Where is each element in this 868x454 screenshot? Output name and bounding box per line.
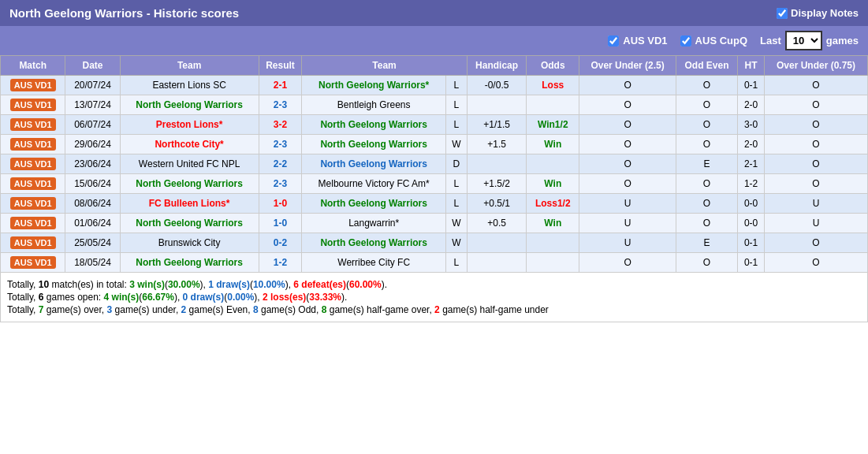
cell-ou075: O	[765, 115, 868, 135]
col-ou075: Over Under (0.75)	[765, 56, 868, 76]
cell-odds	[527, 154, 579, 174]
cell-odds	[527, 253, 579, 273]
cell-match: AUS VD1	[1, 115, 65, 135]
table-row: AUS VD120/07/24Eastern Lions SC2-1North …	[1, 76, 868, 95]
cell-match: AUS VD1	[1, 174, 65, 194]
cell-handicap	[467, 233, 527, 253]
cell-oe: O	[676, 214, 738, 233]
cell-team1: Northcote City*	[120, 135, 259, 154]
cell-date: 13/07/24	[65, 95, 120, 115]
cell-team2: North Geelong Warriors	[302, 135, 446, 154]
match-badge: AUS VD1	[10, 197, 56, 210]
aus-vd1-filter: AUS VD1	[608, 35, 667, 47]
cell-ou25: U	[579, 194, 676, 214]
cell-team2: Langwarrin*	[302, 214, 446, 233]
aus-vd1-checkbox[interactable]	[608, 35, 619, 47]
cell-odds	[527, 95, 579, 115]
col-ht: HT	[738, 56, 765, 76]
table-row: AUS VD115/06/24North Geelong Warriors2-3…	[1, 174, 868, 194]
cell-oe: O	[676, 253, 738, 273]
cell-team1: FC Bulleen Lions*	[120, 194, 259, 214]
cell-ht: 2-0	[738, 95, 765, 115]
cell-handicap	[467, 95, 527, 115]
cell-result: 0-2	[259, 233, 302, 253]
cell-outcome: W	[445, 214, 467, 233]
aus-cupq-checkbox[interactable]	[680, 35, 691, 47]
cell-ou075: O	[765, 95, 868, 115]
cell-result: 2-3	[259, 95, 302, 115]
cell-match: AUS VD1	[1, 76, 65, 95]
table-header-row: Match Date Team Result Team Handicap Odd…	[1, 56, 868, 76]
footer-line-0: Totally, 10 match(es) in total: 3 win(s)…	[7, 279, 861, 290]
cell-result: 3-2	[259, 115, 302, 135]
match-badge: AUS VD1	[10, 236, 56, 249]
cell-team2: North Geelong Warriors	[302, 154, 446, 174]
cell-team2: Bentleigh Greens	[302, 95, 446, 115]
cell-date: 15/06/24	[65, 174, 120, 194]
footer-line-2: Totally, 7 game(s) over, 3 game(s) under…	[7, 304, 861, 315]
cell-oe: O	[676, 174, 738, 194]
cell-match: AUS VD1	[1, 135, 65, 154]
cell-result: 2-1	[259, 76, 302, 95]
cell-ht: 3-0	[738, 115, 765, 135]
cell-result: 2-3	[259, 174, 302, 194]
col-handicap: Handicap	[467, 56, 527, 76]
cell-team2: North Geelong Warriors*	[302, 76, 446, 95]
cell-team2: North Geelong Warriors	[302, 115, 446, 135]
cell-result: 1-0	[259, 194, 302, 214]
cell-ou25: U	[579, 214, 676, 233]
cell-handicap: +0.5	[467, 214, 527, 233]
cell-match: AUS VD1	[1, 253, 65, 273]
cell-outcome: D	[445, 154, 467, 174]
cell-handicap: -0/0.5	[467, 76, 527, 95]
cell-result: 1-0	[259, 214, 302, 233]
cell-oe: E	[676, 233, 738, 253]
table-row: AUS VD106/07/24Preston Lions*3-2North Ge…	[1, 115, 868, 135]
cell-outcome: L	[445, 76, 467, 95]
cell-ht: 0-0	[738, 214, 765, 233]
cell-ou075: O	[765, 253, 868, 273]
cell-result: 2-3	[259, 135, 302, 154]
table-row: AUS VD118/05/24North Geelong Warriors1-2…	[1, 253, 868, 273]
col-match: Match	[1, 56, 65, 76]
cell-team1: North Geelong Warriors	[120, 253, 259, 273]
cell-outcome: L	[445, 253, 467, 273]
cell-odds: Win	[527, 135, 579, 154]
cell-handicap: +1.5/2	[467, 174, 527, 194]
cell-outcome: W	[445, 135, 467, 154]
cell-ht: 0-1	[738, 76, 765, 95]
cell-date: 18/05/24	[65, 253, 120, 273]
cell-ou25: O	[579, 154, 676, 174]
cell-ht: 0-1	[738, 233, 765, 253]
cell-odds: Win	[527, 174, 579, 194]
cell-date: 29/06/24	[65, 135, 120, 154]
filter-bar: AUS VD1 AUS CupQ Last 5 10 15 20 25 30 g…	[0, 26, 868, 55]
table-row: AUS VD113/07/24North Geelong Warriors2-3…	[1, 95, 868, 115]
cell-handicap	[467, 253, 527, 273]
cell-match: AUS VD1	[1, 194, 65, 214]
cell-ou075: O	[765, 76, 868, 95]
cell-odds	[527, 233, 579, 253]
table-row: AUS VD108/06/24FC Bulleen Lions*1-0North…	[1, 194, 868, 214]
display-notes-checkbox[interactable]	[777, 8, 788, 19]
match-badge: AUS VD1	[10, 158, 56, 170]
match-badge: AUS VD1	[10, 217, 56, 229]
cell-oe: E	[676, 154, 738, 174]
cell-outcome: L	[445, 115, 467, 135]
cell-ou075: U	[765, 214, 868, 233]
cell-team2: North Geelong Warriors	[302, 194, 446, 214]
cell-oe: O	[676, 76, 738, 95]
cell-handicap: +1.5	[467, 135, 527, 154]
display-notes-label[interactable]: Display Notes	[777, 7, 859, 19]
cell-team1: North Geelong Warriors	[120, 214, 259, 233]
cell-ou075: O	[765, 174, 868, 194]
cell-result: 1-2	[259, 253, 302, 273]
games-select[interactable]: 5 10 15 20 25 30	[785, 31, 822, 50]
cell-ou25: O	[579, 76, 676, 95]
cell-match: AUS VD1	[1, 214, 65, 233]
cell-ht: 2-1	[738, 154, 765, 174]
page-title: North Geelong Warriors - Historic scores	[9, 6, 239, 20]
cell-team1: Brunswick City	[120, 233, 259, 253]
cell-match: AUS VD1	[1, 154, 65, 174]
cell-odds: Loss1/2	[527, 194, 579, 214]
